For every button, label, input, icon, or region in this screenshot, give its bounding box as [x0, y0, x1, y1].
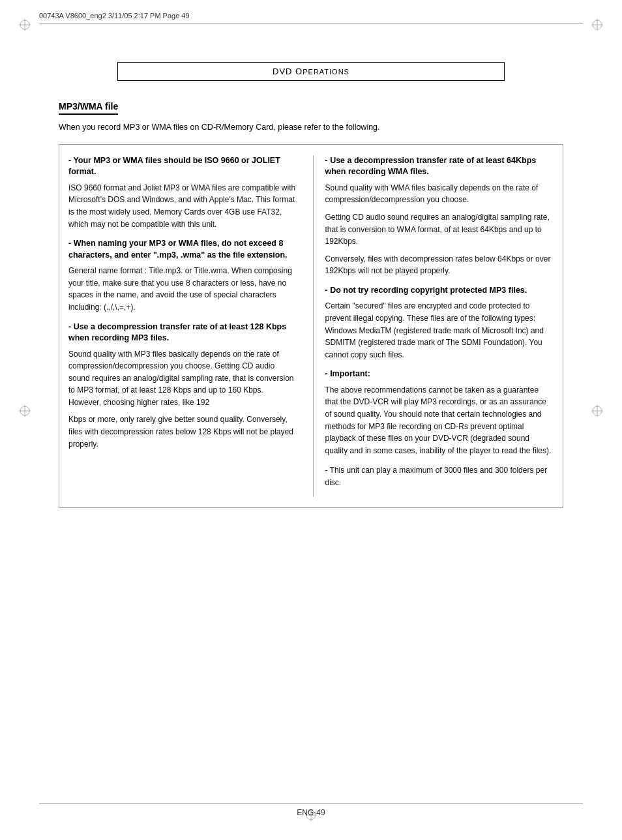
reg-mark-top-right	[591, 18, 604, 31]
bullet-body-transfer-wma-3: Conversely, files with decompression rat…	[325, 253, 554, 277]
bullet-body-max-files: - This unit can play a maximum of 3000 f…	[325, 464, 554, 488]
bullet-header-copyright: - Do not try recording copyright protect…	[325, 285, 554, 297]
header-bar: 00743A V8600_eng2 3/11/05 2:17 PM Page 4…	[39, 12, 583, 20]
reg-mark-top-left	[18, 18, 31, 31]
bullet-header-transfer-wma: - Use a decompression transfer rate of a…	[325, 155, 554, 178]
header-text: 00743A V8600_eng2 3/11/05 2:17 PM Page 4…	[39, 12, 190, 20]
dvd-operations-box: DVD OPERATIONS	[117, 62, 505, 81]
bullet-body-naming: General name format : Title.mp3. or Titl…	[68, 265, 297, 313]
intro-text: When you record MP3 or WMA files on CD-R…	[59, 121, 563, 134]
column-left: - Your MP3 or WMA files should be ISO 96…	[68, 155, 297, 497]
bullet-item-max-files: - This unit can play a maximum of 3000 f…	[325, 464, 554, 488]
main-content: MP3/WMA file When you record MP3 or WMA …	[59, 101, 563, 788]
bullet-item-naming: - When naming your MP3 or WMA files, do …	[68, 238, 297, 313]
bullet-body-transfer-mp3-extra: Kbps or more, only rarely give better so…	[68, 413, 297, 450]
footer-page-number: ENG-49	[0, 808, 622, 817]
two-columns-layout: - Your MP3 or WMA files should be ISO 96…	[59, 144, 563, 508]
reg-mark-mid-left	[18, 404, 31, 417]
bullet-item-transfer-wma: - Use a decompression transfer rate of a…	[325, 155, 554, 277]
column-right: - Use a decompression transfer rate of a…	[313, 155, 554, 497]
bullet-body-transfer-wma-2: Getting CD audio sound requires an analo…	[325, 211, 554, 248]
dvd-operations-title: DVD OPERATIONS	[273, 67, 349, 76]
page-container: 00743A V8600_eng2 3/11/05 2:17 PM Page 4…	[0, 0, 622, 840]
bullet-body-important: The above recommendations cannot be take…	[325, 384, 554, 457]
bullet-header-transfer-mp3: - Use a decompression transfer rate of a…	[68, 322, 297, 344]
footer-line	[39, 803, 583, 804]
bullet-header-naming: - When naming your MP3 or WMA files, do …	[68, 238, 297, 261]
bullet-header-important: - Important:	[325, 368, 554, 380]
bullet-item-important: - Important: The above recommendations c…	[325, 368, 554, 457]
bullet-item-transfer-mp3: - Use a decompression transfer rate of a…	[68, 322, 297, 451]
bullet-body-transfer-wma-1: Sound quality with WMA files basically d…	[325, 182, 554, 206]
bullet-item-iso: - Your MP3 or WMA files should be ISO 96…	[68, 155, 297, 230]
bullet-body-copyright: Certain "secured" files are encrypted an…	[325, 300, 554, 361]
bullet-item-copyright: - Do not try recording copyright protect…	[325, 285, 554, 361]
bullet-body-iso: ISO 9660 format and Joliet MP3 or WMA fi…	[68, 182, 297, 230]
reg-mark-mid-right	[591, 404, 604, 417]
bullet-body-transfer-mp3: Sound quality with MP3 files basically d…	[68, 348, 297, 409]
bullet-header-iso: - Your MP3 or WMA files should be ISO 96…	[68, 155, 297, 178]
section-title: MP3/WMA file	[59, 101, 118, 115]
header-line	[39, 23, 583, 23]
